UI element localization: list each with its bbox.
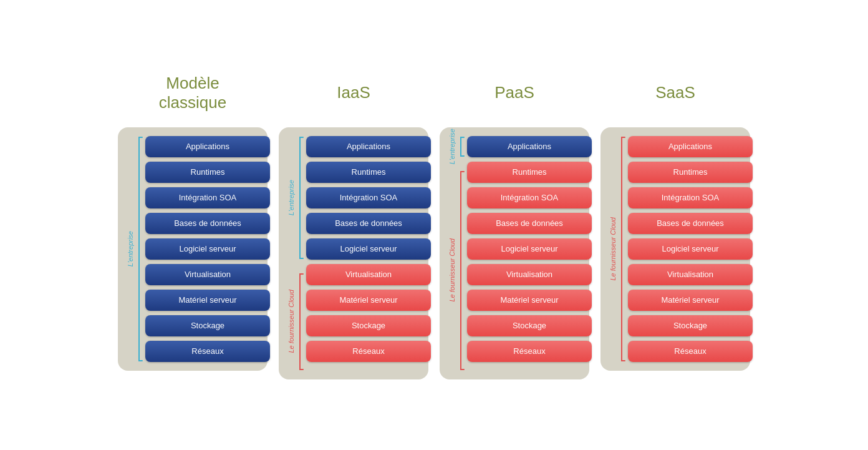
item-iaas-0-0: Applications [306, 136, 431, 157]
item-paas-0-0: Applications [467, 136, 592, 157]
item-paas-1-3: Logiciel serveur [467, 238, 592, 260]
column-title-saas: SaaS [655, 71, 695, 115]
item-iaas-0-2: Intégration SOA [306, 187, 431, 208]
item-modele-classique-0-8: Réseaux [145, 341, 270, 362]
item-iaas-0-1: Runtimes [306, 162, 431, 183]
bracket-svg-paas-0 [457, 136, 465, 157]
column-card-modele-classique: L'entrepriseApplicationsRuntimesIntégrat… [118, 127, 268, 371]
item-iaas-1-3: Réseaux [306, 341, 431, 362]
item-saas-0-8: Réseaux [628, 341, 753, 362]
bracket-label-iaas-0: L'entreprise [287, 180, 295, 215]
bracket-svg-iaas-1 [296, 273, 304, 371]
bracket-label-paas-1: Le fournisseur Cloud [448, 238, 456, 302]
bracket-label-saas-0: Le fournisseur Cloud [609, 217, 617, 281]
column-title-modele-classique: Modèleclassique [159, 71, 226, 115]
group-items-iaas-1: VirtualisationMatériel serveurStockageRé… [306, 264, 431, 362]
column-title-iaas: IaaS [337, 71, 370, 115]
item-paas-1-5: Matériel serveur [467, 290, 592, 311]
item-saas-0-7: Stockage [628, 315, 753, 336]
group-items-modele-classique-0: ApplicationsRuntimesIntégration SOABases… [145, 136, 270, 362]
item-iaas-0-3: Bases de données [306, 213, 431, 234]
group-items-iaas-0: ApplicationsRuntimesIntégration SOABases… [306, 136, 431, 260]
bracket-label-iaas-1: Le fournisseur Cloud [287, 290, 295, 353]
item-modele-classique-0-2: Intégration SOA [145, 187, 270, 208]
bracket-svg-saas-0 [618, 136, 625, 362]
item-paas-1-6: Stockage [467, 315, 592, 336]
item-modele-classique-0-4: Logiciel serveur [145, 238, 270, 260]
bracket-label-modele-classique-0: L'entreprise [127, 231, 134, 267]
bracket-svg-iaas-0 [296, 136, 304, 260]
item-saas-0-0: Applications [628, 136, 753, 157]
item-paas-1-0: Runtimes [467, 162, 592, 183]
item-saas-0-6: Matériel serveur [628, 290, 753, 311]
bracket-svg-modele-classique-0 [135, 136, 143, 362]
item-modele-classique-0-1: Runtimes [145, 162, 270, 183]
bracket-label-paas-0: L'entreprise [448, 129, 456, 164]
group-items-saas-0: ApplicationsRuntimesIntégration SOABases… [628, 136, 753, 362]
item-modele-classique-0-6: Matériel serveur [145, 290, 270, 311]
item-iaas-1-1: Matériel serveur [306, 290, 431, 311]
item-paas-1-4: Virtualisation [467, 264, 592, 285]
column-iaas: IaaSL'entrepriseLe fournisseur CloudAppl… [279, 71, 428, 379]
item-saas-0-4: Logiciel serveur [628, 238, 753, 260]
column-card-paas: L'entrepriseLe fournisseur CloudApplicat… [440, 127, 589, 379]
item-iaas-0-4: Logiciel serveur [306, 238, 431, 260]
column-modele-classique: ModèleclassiqueL'entrepriseApplicationsR… [118, 71, 268, 371]
column-saas: SaaSLe fournisseur CloudApplicationsRunt… [600, 71, 750, 371]
item-modele-classique-0-5: Virtualisation [145, 264, 270, 285]
item-paas-1-1: Intégration SOA [467, 187, 592, 208]
item-modele-classique-0-0: Applications [145, 136, 270, 157]
item-saas-0-2: Intégration SOA [628, 187, 753, 208]
item-saas-0-3: Bases de données [628, 213, 753, 234]
column-card-iaas: L'entrepriseLe fournisseur CloudApplicat… [279, 127, 428, 379]
item-paas-1-2: Bases de données [467, 213, 592, 234]
item-saas-0-5: Virtualisation [628, 264, 753, 285]
item-modele-classique-0-3: Bases de données [145, 213, 270, 234]
diagram-container: ModèleclassiqueL'entrepriseApplicationsR… [105, 65, 763, 386]
item-iaas-1-2: Stockage [306, 315, 431, 336]
item-paas-1-7: Réseaux [467, 341, 592, 362]
group-items-paas-1: RuntimesIntégration SOABases de donnéesL… [467, 162, 592, 362]
item-iaas-1-0: Virtualisation [306, 264, 431, 285]
item-modele-classique-0-7: Stockage [145, 315, 270, 336]
column-paas: PaaSL'entrepriseLe fournisseur CloudAppl… [440, 71, 589, 379]
group-items-paas-0: Applications [467, 136, 592, 157]
item-saas-0-1: Runtimes [628, 162, 753, 183]
column-card-saas: Le fournisseur CloudApplicationsRuntimes… [600, 127, 750, 371]
bracket-svg-paas-1 [457, 170, 465, 371]
column-title-paas: PaaS [494, 71, 534, 115]
